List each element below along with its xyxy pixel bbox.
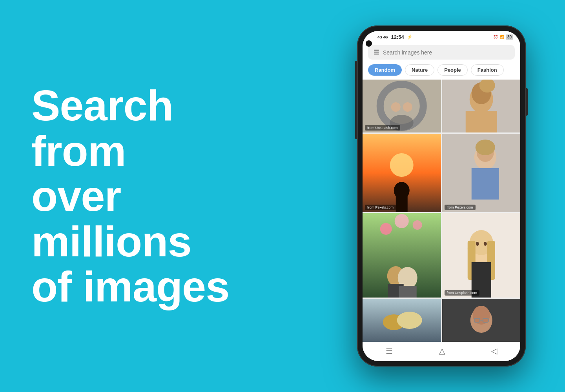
svg-point-22 (395, 214, 409, 228)
wifi-icon: 📶 (499, 35, 504, 39)
battery-icon: 39 (506, 34, 513, 40)
svg-point-34 (483, 242, 487, 246)
phone-mockup: 4G 4G 12:54 ⚡ ⏰ 📶 39 ☰ Random (357, 25, 526, 367)
image-cell-2[interactable] (442, 80, 521, 132)
image-cell-4[interactable]: from Pexels.com (442, 134, 521, 212)
phone-screen: 4G 4G 12:54 ⚡ ⏰ 📶 39 ☰ Random (363, 31, 520, 361)
hero-heading: Search from over millions of images (31, 83, 243, 309)
image-cell-7[interactable] (363, 299, 441, 342)
usb-icon: ⚡ (407, 34, 412, 40)
hero-line3: over (31, 172, 121, 220)
svg-point-20 (380, 223, 392, 235)
svg-point-21 (413, 220, 422, 230)
search-bar[interactable]: ☰ (368, 45, 515, 60)
nav-back-icon[interactable]: ◁ (491, 346, 497, 356)
menu-icon[interactable]: ☰ (374, 49, 379, 56)
source-badge-1: from Unsplash.com (365, 125, 400, 131)
svg-point-3 (391, 102, 401, 112)
hero-line5: of images (31, 262, 229, 310)
hero-line1: Search (31, 81, 173, 129)
status-right: ⏰ 📶 39 (493, 34, 513, 40)
chip-people[interactable]: People (437, 64, 468, 76)
bottom-nav: ☰ △ ◁ (363, 342, 520, 361)
hero-section: Search from over millions of images (31, 83, 243, 309)
signal-icon: 4G 4G (377, 35, 388, 39)
svg-point-33 (476, 242, 479, 246)
svg-point-11 (390, 153, 414, 177)
image-cell-1[interactable]: from Unsplash.com (363, 80, 441, 132)
hero-line4: millions (31, 217, 191, 265)
status-left: 4G 4G 12:54 ⚡ (370, 34, 412, 40)
search-area: ☰ (363, 42, 520, 64)
image-cell-8[interactable] (442, 299, 521, 342)
chip-random[interactable]: Random (368, 64, 402, 76)
status-time: 12:54 (391, 34, 404, 40)
search-input[interactable] (383, 49, 509, 56)
svg-rect-17 (471, 168, 499, 200)
image-cell-3[interactable]: from Pexels.com (363, 134, 441, 212)
svg-rect-7 (465, 111, 497, 132)
svg-rect-13 (396, 194, 408, 212)
alarm-icon: ⏰ (493, 35, 498, 39)
svg-rect-26 (399, 286, 417, 298)
nav-home-icon[interactable]: △ (439, 346, 445, 356)
source-badge-4: from Pexels.com (445, 205, 476, 210)
svg-point-40 (472, 306, 490, 325)
chip-fashion[interactable]: Fashion (471, 64, 504, 76)
image-cell-6[interactable]: from Unsplash.com (442, 213, 521, 298)
hero-line2: from (31, 127, 126, 175)
nav-menu-icon[interactable]: ☰ (386, 346, 393, 356)
phone-frame: 4G 4G 12:54 ⚡ ⏰ 📶 39 ☰ Random (357, 25, 526, 367)
chip-nature[interactable]: Nature (405, 64, 434, 76)
status-bar: 4G 4G 12:54 ⚡ ⏰ 📶 39 (363, 31, 520, 42)
svg-point-18 (475, 140, 495, 155)
image-cell-5[interactable] (363, 213, 441, 298)
camera-hole (366, 40, 372, 47)
source-badge-3: from Pexels.com (365, 205, 396, 210)
svg-point-37 (397, 312, 422, 329)
svg-point-4 (403, 102, 412, 112)
filter-chips: Random Nature People Fashion (363, 64, 520, 80)
source-badge-6: from Unsplash.com (445, 290, 480, 296)
image-grid: from Unsplash.com (363, 80, 520, 342)
